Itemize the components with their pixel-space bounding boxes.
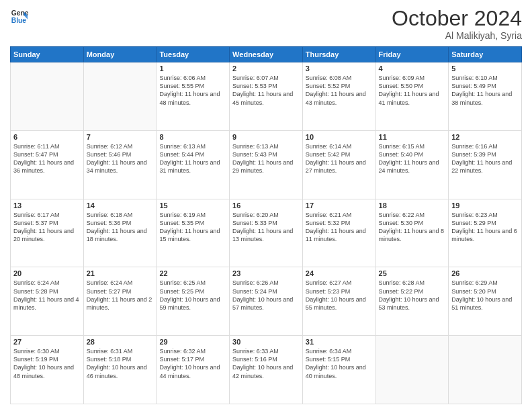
calendar-cell: 9Sunrise: 6:13 AMSunset: 5:43 PMDaylight… xyxy=(230,130,303,199)
day-info: Sunrise: 6:06 AMSunset: 5:55 PMDaylight:… xyxy=(159,74,226,107)
col-header-saturday: Saturday xyxy=(449,47,522,62)
day-number: 20 xyxy=(13,269,81,277)
col-header-wednesday: Wednesday xyxy=(230,47,303,62)
calendar-table: SundayMondayTuesdayWednesdayThursdayFrid… xyxy=(10,46,522,404)
day-number: 21 xyxy=(87,269,154,277)
calendar-cell: 24Sunrise: 6:27 AMSunset: 5:23 PMDayligh… xyxy=(302,267,375,336)
day-number: 7 xyxy=(87,133,154,141)
day-number: 8 xyxy=(159,133,226,141)
day-info: Sunrise: 6:25 AMSunset: 5:25 PMDaylight:… xyxy=(159,279,226,312)
header: General Blue October 2024 Al Malikiyah, … xyxy=(10,7,522,41)
day-info: Sunrise: 6:32 AMSunset: 5:17 PMDaylight:… xyxy=(159,347,226,380)
month-title: October 2024 xyxy=(392,7,522,30)
calendar-cell: 21Sunrise: 6:24 AMSunset: 5:27 PMDayligh… xyxy=(83,267,157,336)
calendar-cell: 22Sunrise: 6:25 AMSunset: 5:25 PMDayligh… xyxy=(157,267,230,336)
day-info: Sunrise: 6:24 AMSunset: 5:27 PMDaylight:… xyxy=(87,279,154,312)
day-info: Sunrise: 6:28 AMSunset: 5:22 PMDaylight:… xyxy=(379,279,446,312)
calendar-cell xyxy=(11,62,84,131)
day-info: Sunrise: 6:22 AMSunset: 5:30 PMDaylight:… xyxy=(379,211,446,244)
day-number: 11 xyxy=(379,133,446,141)
calendar-cell xyxy=(375,336,449,404)
day-number: 14 xyxy=(87,201,154,210)
day-info: Sunrise: 6:08 AMSunset: 5:52 PMDaylight:… xyxy=(306,74,373,107)
day-info: Sunrise: 6:16 AMSunset: 5:39 PMDaylight:… xyxy=(451,142,519,175)
calendar-cell: 12Sunrise: 6:16 AMSunset: 5:39 PMDayligh… xyxy=(449,130,522,199)
day-info: Sunrise: 6:24 AMSunset: 5:28 PMDaylight:… xyxy=(13,279,81,312)
calendar-cell: 29Sunrise: 6:32 AMSunset: 5:17 PMDayligh… xyxy=(157,336,230,404)
day-number: 25 xyxy=(379,269,446,277)
day-number: 29 xyxy=(159,338,226,346)
day-info: Sunrise: 6:15 AMSunset: 5:40 PMDaylight:… xyxy=(379,142,446,175)
logo-icon: General Blue xyxy=(10,7,29,26)
col-header-thursday: Thursday xyxy=(302,47,375,62)
calendar-cell: 26Sunrise: 6:29 AMSunset: 5:20 PMDayligh… xyxy=(449,267,522,336)
calendar-cell: 17Sunrise: 6:21 AMSunset: 5:32 PMDayligh… xyxy=(302,199,375,267)
calendar-cell: 11Sunrise: 6:15 AMSunset: 5:40 PMDayligh… xyxy=(375,130,449,199)
calendar-cell: 25Sunrise: 6:28 AMSunset: 5:22 PMDayligh… xyxy=(375,267,449,336)
day-info: Sunrise: 6:09 AMSunset: 5:50 PMDaylight:… xyxy=(379,74,446,107)
day-number: 6 xyxy=(13,133,81,141)
day-number: 28 xyxy=(87,338,154,346)
day-number: 27 xyxy=(13,338,81,346)
day-number: 3 xyxy=(306,64,373,73)
calendar-cell: 31Sunrise: 6:34 AMSunset: 5:15 PMDayligh… xyxy=(302,336,375,404)
day-info: Sunrise: 6:26 AMSunset: 5:24 PMDaylight:… xyxy=(232,279,300,312)
col-header-sunday: Sunday xyxy=(11,47,84,62)
calendar-cell: 8Sunrise: 6:13 AMSunset: 5:44 PMDaylight… xyxy=(157,130,230,199)
day-number: 16 xyxy=(232,201,300,210)
day-info: Sunrise: 6:07 AMSunset: 5:53 PMDaylight:… xyxy=(232,74,300,107)
calendar-cell: 13Sunrise: 6:17 AMSunset: 5:37 PMDayligh… xyxy=(11,199,84,267)
day-info: Sunrise: 6:27 AMSunset: 5:23 PMDaylight:… xyxy=(306,279,373,312)
col-header-monday: Monday xyxy=(83,47,157,62)
calendar-cell: 3Sunrise: 6:08 AMSunset: 5:52 PMDaylight… xyxy=(302,62,375,131)
calendar-cell: 4Sunrise: 6:09 AMSunset: 5:50 PMDaylight… xyxy=(375,62,449,131)
col-header-friday: Friday xyxy=(375,47,449,62)
day-number: 10 xyxy=(306,133,373,141)
day-number: 4 xyxy=(379,64,446,73)
calendar-cell: 5Sunrise: 6:10 AMSunset: 5:49 PMDaylight… xyxy=(449,62,522,131)
day-info: Sunrise: 6:17 AMSunset: 5:37 PMDaylight:… xyxy=(13,211,81,244)
day-info: Sunrise: 6:30 AMSunset: 5:19 PMDaylight:… xyxy=(13,347,81,380)
day-info: Sunrise: 6:13 AMSunset: 5:44 PMDaylight:… xyxy=(159,142,226,175)
week-row-5: 27Sunrise: 6:30 AMSunset: 5:19 PMDayligh… xyxy=(11,336,522,404)
calendar-cell: 10Sunrise: 6:14 AMSunset: 5:42 PMDayligh… xyxy=(302,130,375,199)
day-number: 13 xyxy=(13,201,81,210)
calendar-cell: 15Sunrise: 6:19 AMSunset: 5:35 PMDayligh… xyxy=(157,199,230,267)
calendar-header-row: SundayMondayTuesdayWednesdayThursdayFrid… xyxy=(11,47,522,62)
day-info: Sunrise: 6:23 AMSunset: 5:29 PMDaylight:… xyxy=(451,211,519,244)
day-info: Sunrise: 6:13 AMSunset: 5:43 PMDaylight:… xyxy=(232,142,300,175)
day-info: Sunrise: 6:14 AMSunset: 5:42 PMDaylight:… xyxy=(306,142,373,175)
day-info: Sunrise: 6:33 AMSunset: 5:16 PMDaylight:… xyxy=(232,347,300,380)
day-info: Sunrise: 6:19 AMSunset: 5:35 PMDaylight:… xyxy=(159,211,226,244)
day-number: 31 xyxy=(306,338,373,346)
day-info: Sunrise: 6:29 AMSunset: 5:20 PMDaylight:… xyxy=(451,279,519,312)
page: General Blue October 2024 Al Malikiyah, … xyxy=(0,0,532,411)
day-number: 2 xyxy=(232,64,300,73)
calendar-cell xyxy=(83,62,157,131)
day-number: 18 xyxy=(379,201,446,210)
calendar-cell: 23Sunrise: 6:26 AMSunset: 5:24 PMDayligh… xyxy=(230,267,303,336)
day-number: 12 xyxy=(451,133,519,141)
day-number: 15 xyxy=(159,201,226,210)
calendar-cell: 19Sunrise: 6:23 AMSunset: 5:29 PMDayligh… xyxy=(449,199,522,267)
calendar-cell xyxy=(449,336,522,404)
calendar-cell: 6Sunrise: 6:11 AMSunset: 5:47 PMDaylight… xyxy=(11,130,84,199)
day-number: 17 xyxy=(306,201,373,210)
day-info: Sunrise: 6:21 AMSunset: 5:32 PMDaylight:… xyxy=(306,211,373,244)
day-info: Sunrise: 6:20 AMSunset: 5:33 PMDaylight:… xyxy=(232,211,300,244)
calendar-cell: 1Sunrise: 6:06 AMSunset: 5:55 PMDaylight… xyxy=(157,62,230,131)
day-number: 24 xyxy=(306,269,373,277)
calendar-cell: 16Sunrise: 6:20 AMSunset: 5:33 PMDayligh… xyxy=(230,199,303,267)
week-row-3: 13Sunrise: 6:17 AMSunset: 5:37 PMDayligh… xyxy=(11,199,522,267)
calendar-cell: 14Sunrise: 6:18 AMSunset: 5:36 PMDayligh… xyxy=(83,199,157,267)
week-row-2: 6Sunrise: 6:11 AMSunset: 5:47 PMDaylight… xyxy=(11,130,522,199)
day-number: 19 xyxy=(451,201,519,210)
location-subtitle: Al Malikiyah, Syria xyxy=(392,30,522,41)
day-info: Sunrise: 6:11 AMSunset: 5:47 PMDaylight:… xyxy=(13,142,81,175)
day-number: 5 xyxy=(451,64,519,73)
calendar-cell: 30Sunrise: 6:33 AMSunset: 5:16 PMDayligh… xyxy=(230,336,303,404)
col-header-tuesday: Tuesday xyxy=(157,47,230,62)
calendar-cell: 18Sunrise: 6:22 AMSunset: 5:30 PMDayligh… xyxy=(375,199,449,267)
day-info: Sunrise: 6:12 AMSunset: 5:46 PMDaylight:… xyxy=(87,142,154,175)
day-number: 1 xyxy=(159,64,226,73)
